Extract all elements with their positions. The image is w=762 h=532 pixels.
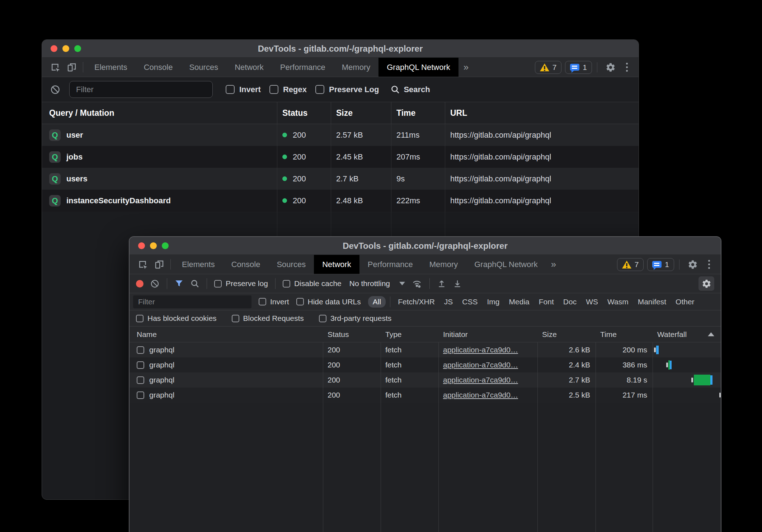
query-row[interactable]: Q users 2002.7 kB9shttps://gitlab.com/ap… [42,168,639,190]
col-time[interactable]: Time [391,102,445,124]
checkbox[interactable] [232,315,239,322]
col-type[interactable]: Type [381,327,438,342]
checkbox[interactable] [315,85,324,94]
col-time[interactable]: Time [596,327,653,342]
type-chip-media[interactable]: Media [504,296,534,308]
col-size[interactable]: Size [331,102,391,124]
block-icon[interactable] [50,84,61,95]
request-row[interactable]: graphql 200 fetch application-a7ca9d0… 2… [130,388,721,403]
initiator-link[interactable]: application-a7ca9d0… [443,376,518,384]
tab-elements[interactable]: Elements [174,255,223,274]
search-button[interactable]: Search [390,85,430,94]
type-chip-font[interactable]: Font [534,296,559,308]
device-toolbar-icon[interactable] [64,58,80,77]
close-window-button[interactable] [138,242,145,249]
col-query-mutation[interactable]: Query / Mutation [42,102,277,124]
type-chip-js[interactable]: JS [439,296,458,308]
row-checkbox[interactable] [137,391,144,399]
network-conditions-icon[interactable] [411,278,422,289]
query-row[interactable]: Q user 2002.57 kB211mshttps://gitlab.com… [42,124,639,146]
settings-gear-icon[interactable] [685,260,701,270]
zoom-window-button[interactable] [74,45,81,52]
issues-badge[interactable]: 1 [565,61,592,74]
type-chip-manifest[interactable]: Manifest [633,296,671,308]
initiator-link[interactable]: application-a7ca9d0… [443,346,518,354]
tab-elements[interactable]: Elements [86,58,136,77]
preserve-log-checkbox[interactable]: Preserve log [214,279,268,288]
invert-checkbox[interactable]: Invert [226,85,261,94]
col-status[interactable]: Status [323,327,381,342]
inspect-element-icon[interactable] [135,255,151,274]
filter-input[interactable] [133,295,251,308]
blocked-requests-checkbox[interactable]: Blocked Requests [232,314,304,323]
disable-cache-checkbox[interactable]: Disable cache [283,279,342,288]
more-options-icon[interactable] [622,63,631,72]
inspect-element-icon[interactable] [47,58,64,77]
checkbox[interactable] [296,298,304,305]
type-chip-wasm[interactable]: Wasm [603,296,633,308]
export-har-icon[interactable] [453,279,462,288]
checkbox[interactable] [259,298,266,305]
device-toolbar-icon[interactable] [151,255,168,274]
more-tabs-icon[interactable]: » [458,58,474,77]
col-initiator[interactable]: Initiator [438,327,537,342]
type-chip-all[interactable]: All [368,296,386,308]
preserve-log-checkbox[interactable]: Preserve Log [315,85,379,94]
query-row[interactable]: Q instanceSecurityDashboard 2002.48 kB22… [42,190,639,212]
checkbox[interactable] [319,315,326,322]
tab-memory[interactable]: Memory [421,255,466,274]
minimize-window-button[interactable] [62,45,69,52]
type-chip-img[interactable]: Img [483,296,504,308]
request-row[interactable]: graphql 200 fetch application-a7ca9d0… 2… [130,372,721,388]
tab-sources[interactable]: Sources [268,255,314,274]
tab-console[interactable]: Console [223,255,269,274]
row-checkbox[interactable] [137,361,144,369]
initiator-link[interactable]: application-a7ca9d0… [443,361,518,369]
tab-console[interactable]: Console [136,58,181,77]
invert-checkbox[interactable]: Invert [259,298,289,306]
tab-performance[interactable]: Performance [359,255,421,274]
initiator-link[interactable]: application-a7ca9d0… [443,391,518,399]
zoom-window-button[interactable] [162,242,169,249]
request-row[interactable]: graphql 200 fetch application-a7ca9d0… 2… [130,342,721,357]
tab-performance[interactable]: Performance [272,58,334,77]
network-settings-gear-icon[interactable] [698,276,714,291]
type-chip-fetch-xhr[interactable]: Fetch/XHR [393,296,439,308]
more-options-icon[interactable] [705,260,714,269]
tab-graphql-network[interactable]: GraphQL Network [378,58,458,77]
tab-memory[interactable]: Memory [334,58,378,77]
third-party-requests-checkbox[interactable]: 3rd-party requests [319,314,391,323]
import-har-icon[interactable] [437,279,446,288]
row-checkbox[interactable] [137,346,144,354]
warnings-badge[interactable]: 7 [535,61,562,74]
tab-graphql-network[interactable]: GraphQL Network [466,255,546,274]
more-tabs-icon[interactable]: » [546,255,561,274]
checkbox[interactable] [136,315,144,322]
checkbox[interactable] [269,85,278,94]
minimize-window-button[interactable] [150,242,157,249]
type-chip-ws[interactable]: WS [581,296,603,308]
tab-network[interactable]: Network [314,255,359,274]
has-blocked-cookies-checkbox[interactable]: Has blocked cookies [136,314,217,323]
warnings-badge[interactable]: 7 [617,258,644,271]
checkbox[interactable] [214,280,222,288]
checkbox[interactable] [226,85,235,94]
query-row[interactable]: Q jobs 2002.45 kB207mshttps://gitlab.com… [42,146,639,168]
col-name[interactable]: Name [130,327,323,342]
close-window-button[interactable] [51,45,57,52]
issues-badge[interactable]: 1 [647,258,674,271]
checkbox[interactable] [283,280,290,288]
clear-icon[interactable] [150,279,160,289]
col-status[interactable]: Status [277,102,331,124]
type-chip-doc[interactable]: Doc [559,296,581,308]
col-waterfall[interactable]: Waterfall [653,327,721,342]
throttling-select[interactable]: No throttling [349,279,405,288]
type-chip-other[interactable]: Other [671,296,699,308]
settings-gear-icon[interactable] [602,62,619,72]
tab-sources[interactable]: Sources [181,58,226,77]
regex-checkbox[interactable]: Regex [269,85,307,94]
type-chip-css[interactable]: CSS [457,296,482,308]
filter-input[interactable] [69,81,213,98]
request-row[interactable]: graphql 200 fetch application-a7ca9d0… 2… [130,357,721,372]
row-checkbox[interactable] [137,376,144,384]
